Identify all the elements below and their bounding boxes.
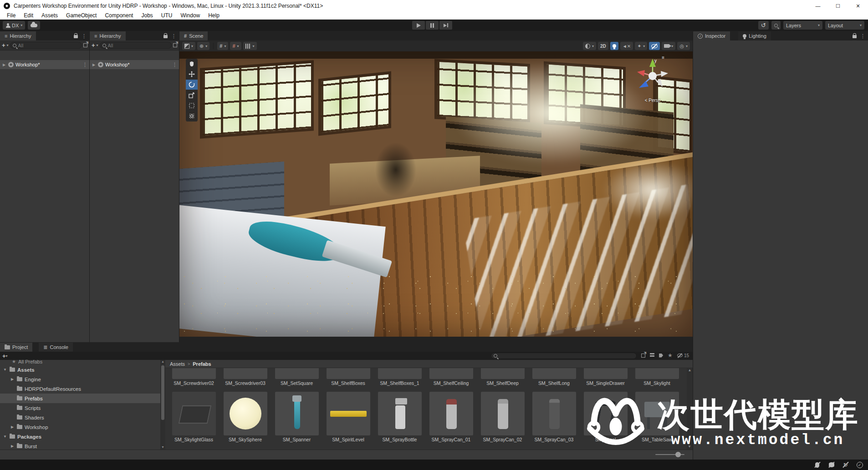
transform-tool[interactable] — [186, 111, 198, 121]
asset-item[interactable]: SM_ShelfDeep — [480, 368, 526, 386]
breadcrumb-root[interactable]: Assets — [170, 361, 185, 367]
audio-toggle[interactable]: ◄✕ — [620, 42, 633, 50]
favorites-star-icon[interactable]: ★ — [668, 352, 673, 359]
kebab-menu-icon[interactable]: ⋮ — [172, 62, 177, 68]
debugger-disabled-icon[interactable] — [813, 461, 821, 469]
asset-item[interactable]: SM_ShelfBoxes_1 — [377, 368, 423, 386]
close-button[interactable]: ✕ — [848, 0, 868, 12]
pause-button[interactable] — [426, 21, 439, 30]
2d-toggle[interactable]: 2D — [598, 42, 608, 50]
menu-item[interactable]: Edit — [20, 12, 37, 20]
pick-window-icon[interactable] — [641, 354, 645, 358]
tree-row[interactable]: Shaders — [0, 413, 160, 422]
tab-scene[interactable]: # Scene — [179, 31, 208, 40]
tab-console[interactable]: ≣ Console — [39, 343, 73, 352]
asset-item[interactable]: SM_ShelfLong — [531, 368, 577, 386]
effects-dropdown[interactable]: ✦▾ — [635, 42, 647, 50]
chevron-down-icon[interactable]: ▾ — [7, 43, 9, 47]
render-doodad-dropdown[interactable]: ▾ — [583, 42, 596, 50]
asset-item[interactable]: SM_SprayCan_01 — [428, 392, 474, 442]
menu-item[interactable]: Component — [101, 12, 137, 20]
scene-row-workshop[interactable]: ▶ Workshop* ⋮ — [0, 60, 89, 69]
asset-item[interactable]: SM_Screwdriver03 — [222, 368, 268, 386]
search-by-type-icon[interactable] — [650, 353, 654, 358]
kebab-menu-icon[interactable]: ⋮ — [171, 33, 176, 39]
tree-row[interactable]: Burst — [0, 441, 160, 450]
asset-item[interactable]: SM_SprayCan_03 — [531, 392, 577, 442]
tree-caret-icon[interactable] — [10, 425, 15, 429]
hierarchy-search[interactable] — [100, 42, 172, 49]
tree-row[interactable]: Scripts — [0, 403, 160, 413]
asset-item[interactable]: SM_Spanner — [274, 392, 320, 442]
collapse-caret-icon[interactable]: ▶ — [2, 63, 6, 67]
menu-item[interactable]: GameObject — [62, 12, 101, 20]
add-button[interactable]: + — [92, 42, 95, 49]
tree-row[interactable]: Assets — [0, 365, 160, 374]
layers-dropdown[interactable]: Layers ▾ — [783, 21, 822, 30]
tree-row[interactable]: Workshop — [0, 422, 160, 432]
asset-item[interactable]: SM_Screwdriver02 — [171, 368, 217, 386]
tab-lighting[interactable]: Lighting — [738, 31, 771, 40]
chevron-down-icon[interactable]: ▾ — [6, 354, 8, 358]
menu-item[interactable]: Assets — [37, 12, 62, 20]
minimize-button[interactable]: — — [808, 0, 828, 12]
persp-label[interactable]: < Persp — [632, 98, 674, 103]
hierarchy-body[interactable]: ▶ Workshop* ⋮ — [0, 60, 89, 342]
tree-scrollbar[interactable]: ▲▼ — [160, 360, 165, 450]
rect-tool[interactable] — [186, 101, 198, 111]
cache-server-disconnected-icon[interactable] — [827, 461, 835, 469]
tree-caret-icon[interactable] — [10, 377, 15, 381]
layout-dropdown[interactable]: Layout ▾ — [825, 21, 864, 30]
tree-row[interactable]: Engine — [0, 374, 160, 384]
hierarchy-search[interactable] — [10, 42, 82, 49]
move-tool[interactable] — [186, 69, 198, 80]
chevron-down-icon[interactable]: ▾ — [97, 43, 98, 47]
tree-row[interactable]: HDRPDefaultResources — [0, 384, 160, 394]
lock-icon[interactable] — [163, 35, 168, 38]
menu-item[interactable]: Jobs — [137, 12, 157, 20]
tab-inspector[interactable]: i Inspector — [693, 31, 730, 40]
project-search[interactable] — [491, 353, 637, 359]
cloud-button[interactable] — [28, 21, 40, 30]
scene-visibility-toggle[interactable] — [649, 42, 660, 50]
asset-item[interactable]: SM_SingleDrawer — [582, 368, 628, 386]
menu-item[interactable]: Window — [176, 12, 204, 20]
tree-caret-icon[interactable] — [3, 435, 7, 439]
scene-row-workshop[interactable]: ▶ Workshop* ⋮ — [90, 60, 179, 69]
draw-mode-dropdown[interactable]: ▾ — [182, 42, 195, 50]
rotate-tool[interactable] — [186, 80, 198, 90]
scale-tool[interactable] — [186, 90, 198, 101]
search-button[interactable] — [771, 21, 781, 30]
menu-item[interactable]: Help — [204, 12, 224, 20]
maximize-button[interactable]: ☐ — [828, 0, 848, 12]
tree-caret-icon[interactable] — [10, 444, 15, 448]
collapse-caret-icon[interactable]: ▶ — [92, 63, 96, 67]
lighting-toggle[interactable] — [610, 42, 618, 50]
auto-refresh-disabled-icon[interactable]: ↻ — [842, 461, 849, 469]
hierarchy-body[interactable]: ▶ Workshop* ⋮ — [90, 60, 179, 342]
asset-item[interactable]: SM_ShelfCeiling — [428, 368, 474, 386]
favorites-item-clipped[interactable]: ★ All Prefabs — [0, 360, 160, 365]
grid-axis-dropdown[interactable]: #▾ — [217, 42, 228, 50]
snap-increment-dropdown[interactable]: ▾ — [243, 42, 257, 50]
pick-window-icon[interactable] — [173, 43, 177, 47]
asset-item[interactable]: SM_SpiritLevel — [325, 392, 371, 442]
search-input[interactable] — [499, 354, 634, 359]
activity-ok-icon[interactable]: ✓ — [856, 461, 863, 469]
camera-dropdown[interactable]: ▾ — [662, 42, 675, 50]
lock-icon[interactable] — [74, 35, 78, 38]
tree-row[interactable]: Packages — [0, 432, 160, 441]
kebab-menu-icon[interactable]: ⋮ — [82, 33, 87, 39]
asset-item[interactable]: SM_SkySphere — [222, 392, 268, 442]
asset-item[interactable]: SM_SprayCan_02 — [480, 392, 526, 442]
asset-item[interactable]: SM_ShelfBoxes — [325, 368, 371, 386]
account-button[interactable]: DX ▾ — [3, 21, 25, 30]
view-hand-tool[interactable] — [186, 59, 198, 69]
gizmos-dropdown[interactable]: ◎▾ — [677, 42, 690, 50]
tab-hierarchy[interactable]: ≡ Hierarchy — [0, 31, 36, 40]
tree-caret-icon[interactable] — [3, 368, 7, 372]
menu-item[interactable]: UTU — [157, 12, 177, 20]
breadcrumb-current[interactable]: Prefabs — [193, 361, 211, 367]
tab-project[interactable]: Project — [0, 343, 32, 352]
asset-item[interactable]: SM_SetSquare — [274, 368, 320, 386]
